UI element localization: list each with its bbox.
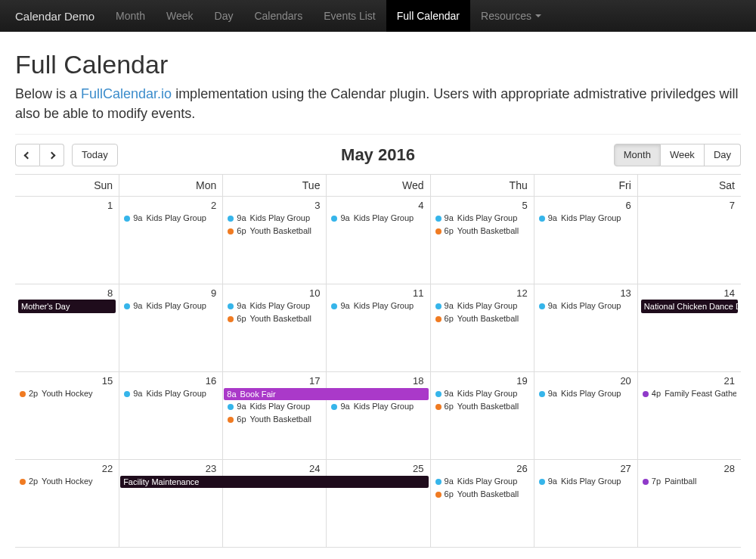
calendar-event[interactable]: 9a Kids Play Group [124,387,218,400]
calendar-event[interactable]: 9a Kids Play Group [539,212,633,225]
calendar-event[interactable]: 9a Kids Play Group [539,387,633,400]
calendar-event[interactable]: 9a Kids Play Group [228,212,321,225]
calendar-event[interactable]: 2p Youth Hockey [20,387,114,400]
calendar-day[interactable]: 99a Kids Play Group [119,284,222,372]
calendar-event-multiday[interactable]: 8a Book Fair [224,388,428,400]
event-dot-icon [539,216,545,222]
top-navbar: Calendar Demo MonthWeekDayCalendarsEvent… [0,0,756,32]
calendar-event[interactable]: 6p Youth Basketball [435,400,529,413]
calendar-event[interactable]: 9a Kids Play Group [228,300,321,312]
calendar-day[interactable]: 199a Kids Play Group6p Youth Basketball [430,372,534,460]
calendar-event[interactable]: 9a Kids Play Group [435,212,529,225]
calendar-event[interactable]: 9a Kids Play Group [331,212,425,225]
calendar-event[interactable]: 9a Kids Play Group [539,475,633,488]
calendar-day[interactable]: 214p Family Feast Gathering [637,372,741,460]
view-day-button[interactable]: Day [705,144,741,166]
day-number: 13 [538,286,634,299]
calendar-day[interactable]: 222p Youth Hockey [15,460,119,548]
view-week-button[interactable]: Week [661,144,705,166]
day-number: 6 [538,198,634,211]
event-time: 6p [445,402,454,411]
calendar-day[interactable]: 23 [119,460,222,548]
navbar-resources[interactable]: Resources [470,0,552,32]
event-title: National Chicken Dance Da [644,302,738,311]
navbar-item-day[interactable]: Day [204,0,244,32]
calendar-event[interactable]: 6p Youth Basketball [228,413,321,426]
intro-link[interactable]: FullCalendar.io [81,86,172,101]
navbar-brand[interactable]: Calendar Demo [9,0,105,32]
calendar-day[interactable]: 29a Kids Play Group [119,197,222,284]
calendar-day[interactable]: 139a Kids Play Group [534,284,637,372]
calendar-event[interactable]: 9a Kids Play Group [435,300,529,312]
calendar-day[interactable]: 209a Kids Play Group [534,372,637,460]
today-button[interactable]: Today [72,144,118,166]
calendar-event[interactable]: 9a Kids Play Group [331,300,425,312]
calendar-day[interactable]: 7 [637,197,741,284]
calendar-event[interactable]: 6p Youth Basketball [435,312,529,325]
prev-button[interactable] [15,144,40,166]
next-button[interactable] [40,144,64,166]
calendar-day[interactable]: 279a Kids Play Group [534,460,637,548]
navbar-item-calendars[interactable]: Calendars [243,0,313,32]
event-time: 9a [133,301,142,310]
event-dot-icon [228,404,234,410]
calendar-day[interactable]: 8Mother's Day [15,284,119,372]
calendar-event[interactable]: 7p Paintball [643,475,736,488]
day-number: 8 [18,286,116,299]
calendar-event[interactable]: 6p Youth Basketball [435,488,529,501]
calendar-event[interactable]: 6p Youth Basketball [228,312,321,325]
day-number: 15 [18,374,116,387]
calendar-day[interactable]: 152p Youth Hockey [15,372,119,460]
event-dot-icon [435,303,442,309]
calendar-event-multiday[interactable]: Facility Maintenance [120,476,428,488]
calendar-day[interactable]: 39a Kids Play Group6p Youth Basketball [222,197,326,284]
event-title: Book Fair [238,390,276,399]
calendar-day[interactable]: 14National Chicken Dance Da [637,284,741,372]
calendar-day[interactable]: 69a Kids Play Group [534,197,637,284]
calendar-event[interactable]: 9a Kids Play Group [124,212,218,225]
event-title: Youth Basketball [455,489,519,498]
day-number: 22 [18,461,116,474]
navbar-item-week[interactable]: Week [156,0,204,32]
event-dot-icon [124,303,130,309]
event-title: Kids Play Group [144,301,206,310]
event-dot-icon [435,316,442,322]
calendar-day[interactable]: 59a Kids Play Group6p Youth Basketball [430,197,534,284]
calendar-event[interactable]: Mother's Day [18,300,116,314]
event-title: Kids Play Group [144,389,206,398]
calendar-day[interactable]: 179a Kids Play Group6p Youth Basketball [222,372,326,460]
navbar-item-month[interactable]: Month [105,0,156,32]
calendar-day[interactable]: 129a Kids Play Group6p Youth Basketball [430,284,534,372]
calendar-day[interactable]: 169a Kids Play Group [119,372,222,460]
calendar-day[interactable]: 119a Kids Play Group [326,284,429,372]
calendar-day[interactable]: 25 [326,460,429,548]
view-month-button[interactable]: Month [614,144,661,166]
calendar-event[interactable]: 6p Youth Basketball [228,225,321,238]
calendar-day[interactable]: 189a Kids Play Group [326,372,429,460]
calendar-event[interactable]: 9a Kids Play Group [435,387,529,400]
calendar-week: 129a Kids Play Group39a Kids Play Group6… [15,197,741,284]
event-dot-icon [435,404,442,410]
calendar-day[interactable]: 24 [222,460,326,548]
event-dot-icon [228,303,234,309]
event-dot-icon [643,479,649,485]
calendar-event[interactable]: 4p Family Feast Gathering [643,387,736,400]
calendar-event[interactable]: National Chicken Dance Da [641,300,738,314]
calendar-day[interactable]: 109a Kids Play Group6p Youth Basketball [222,284,326,372]
event-time: 9a [340,213,349,222]
calendar-day[interactable]: 1 [15,197,119,284]
calendar-event[interactable]: 6p Youth Basketball [435,225,529,238]
calendar-event[interactable]: 9a Kids Play Group [331,400,425,413]
calendar-event[interactable]: 9a Kids Play Group [435,475,529,488]
calendar-event[interactable]: 9a Kids Play Group [539,300,633,312]
calendar-day[interactable]: 269a Kids Play Group6p Youth Basketball [430,460,534,548]
navbar-item-full-calendar[interactable]: Full Calendar [386,0,470,32]
calendar-event[interactable]: 2p Youth Hockey [20,475,114,488]
navbar-item-events-list[interactable]: Events List [313,0,386,32]
calendar-event[interactable]: 9a Kids Play Group [124,300,218,312]
calendar-day[interactable]: 49a Kids Play Group [326,197,429,284]
event-dot-icon [539,303,545,309]
calendar-day[interactable]: 287p Paintball [637,460,741,548]
calendar-event[interactable]: 9a Kids Play Group [228,400,321,413]
event-title: Youth Basketball [455,314,519,323]
